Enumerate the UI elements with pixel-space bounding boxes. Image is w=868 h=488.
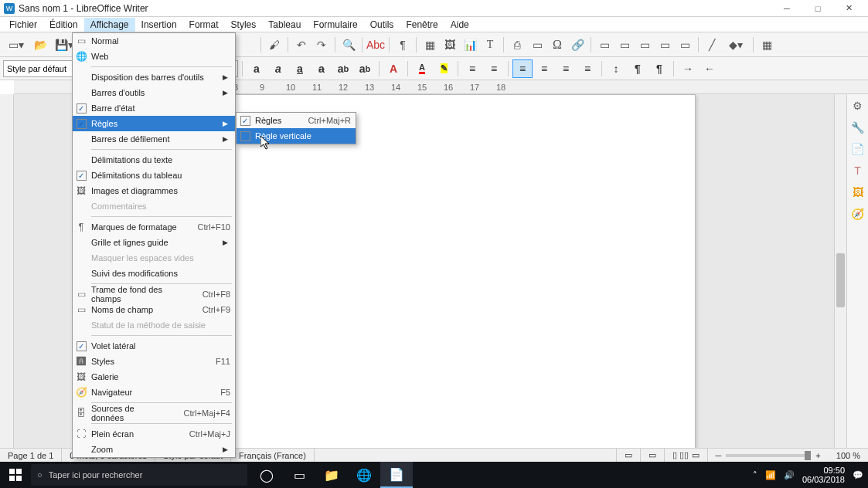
- view-menu-item[interactable]: 🖼Galerie: [73, 369, 235, 385]
- para-spacing-dec-button[interactable]: ¶: [649, 59, 669, 78]
- line-spacing-button[interactable]: ↕: [606, 59, 626, 78]
- sidebar-settings-icon[interactable]: ⚙: [849, 97, 866, 114]
- strikethrough-button[interactable]: a: [311, 59, 332, 78]
- view-menu-item[interactable]: Zoom▶: [73, 442, 235, 457]
- view-menu-item[interactable]: Grille et lignes guide▶: [73, 235, 235, 250]
- footnote-button[interactable]: ▭: [595, 36, 614, 54]
- crossref-button[interactable]: ▭: [655, 36, 674, 54]
- hyperlink-button[interactable]: 🔗: [568, 36, 587, 54]
- close-button[interactable]: ✕: [833, 1, 864, 16]
- indent-inc-button[interactable]: →: [678, 59, 698, 78]
- undo-button[interactable]: ↶: [292, 36, 311, 54]
- menu-fichier[interactable]: Fichier: [3, 18, 43, 32]
- start-button[interactable]: [0, 462, 31, 488]
- view-menu-item[interactable]: Délimitations du texte: [73, 152, 235, 168]
- para-spacing-inc-button[interactable]: ¶: [628, 59, 648, 78]
- view-menu-item[interactable]: ✓Règles▶: [73, 116, 235, 131]
- menu-edition[interactable]: Édition: [43, 18, 84, 32]
- rulers-submenu-item[interactable]: ✓RèglesCtrl+Maj+R: [237, 113, 356, 128]
- status-zoom-value[interactable]: 100 %: [829, 449, 868, 462]
- task-cortana[interactable]: ◯: [250, 462, 283, 488]
- chart-button[interactable]: 📊: [461, 36, 479, 54]
- view-menu-item[interactable]: Suivi des modifications: [73, 266, 235, 281]
- task-view-button[interactable]: ▭: [283, 462, 315, 488]
- draw-functions-button[interactable]: ▦: [757, 36, 776, 54]
- font-color-button[interactable]: A: [412, 59, 432, 78]
- spellcheck-button[interactable]: Abc: [366, 36, 385, 54]
- menu-aide[interactable]: Aide: [444, 18, 475, 32]
- clone-format-button[interactable]: 🖌: [265, 36, 284, 54]
- open-button[interactable]: 📂: [31, 36, 49, 54]
- superscript-button[interactable]: ab: [333, 59, 353, 78]
- status-selection-mode[interactable]: ▭: [617, 449, 641, 462]
- sidebar-navigator-icon[interactable]: 🧭: [849, 205, 866, 222]
- sidebar-page-icon[interactable]: 📄: [849, 141, 866, 158]
- menu-styles[interactable]: Styles: [225, 18, 263, 32]
- view-menu-item[interactable]: ▭Trame de fond des champsCtrl+F8: [73, 286, 235, 302]
- task-explorer[interactable]: 📁: [315, 462, 348, 488]
- view-menu-item[interactable]: Barres de défilement▶: [73, 131, 235, 147]
- task-writer[interactable]: 📄: [380, 462, 413, 488]
- sidebar-styles-icon[interactable]: T: [849, 162, 866, 179]
- indent-dec-button[interactable]: ←: [700, 59, 720, 78]
- sidebar-gallery-icon[interactable]: 🖼: [849, 184, 866, 201]
- menu-outils[interactable]: Outils: [364, 18, 400, 32]
- bookmark-button[interactable]: ▭: [635, 36, 654, 54]
- table-button[interactable]: ▦: [420, 36, 439, 54]
- align-center-button[interactable]: ≡: [534, 59, 554, 78]
- menu-fenetre[interactable]: Fenêtre: [400, 18, 444, 32]
- view-menu-item[interactable]: ▭Noms de champCtrl+F9: [73, 302, 235, 317]
- view-menu-item[interactable]: 🖼Images et diagrammes: [73, 183, 235, 198]
- view-menu-item[interactable]: 🧭NavigateurF5: [73, 385, 235, 400]
- tray-up-icon[interactable]: ˄: [753, 470, 757, 480]
- redo-button[interactable]: ↷: [312, 36, 331, 54]
- tray-volume-icon[interactable]: 🔊: [784, 470, 795, 480]
- line-button[interactable]: ╱: [703, 36, 721, 54]
- view-menu-item[interactable]: Disposition des barres d'outils▶: [73, 69, 235, 85]
- field-button[interactable]: ▭: [528, 36, 546, 54]
- sidebar-properties-icon[interactable]: 🔧: [849, 119, 866, 136]
- align-left-button[interactable]: ≡: [512, 59, 533, 78]
- view-menu-item[interactable]: 🗄Sources de donnéesCtrl+Maj+F4: [73, 405, 235, 421]
- underline-button[interactable]: a: [290, 59, 310, 78]
- menu-insertion[interactable]: Insertion: [135, 18, 183, 32]
- vertical-ruler[interactable]: [0, 94, 14, 448]
- view-menu-item[interactable]: 🌐Web: [73, 49, 235, 64]
- taskbar-clock[interactable]: 09:50 06/03/2018: [802, 466, 845, 484]
- textbox-button[interactable]: T: [481, 36, 499, 54]
- view-menu-item[interactable]: ⛶Plein écranCtrl+Maj+J: [73, 426, 235, 442]
- comment-button[interactable]: ▭: [676, 36, 694, 54]
- menu-affichage[interactable]: Affichage: [84, 18, 135, 32]
- bold-button[interactable]: a: [247, 59, 267, 78]
- taskbar-search[interactable]: ○ Taper ici pour rechercher: [31, 464, 247, 486]
- numbering-button[interactable]: ≡: [484, 59, 504, 78]
- status-signature[interactable]: ▭: [641, 449, 665, 462]
- clear-format-button[interactable]: A: [383, 59, 403, 78]
- menu-format[interactable]: Format: [183, 18, 225, 32]
- status-page[interactable]: Page 1 de 1: [0, 449, 62, 462]
- view-menu-item[interactable]: ▭Normal: [73, 33, 235, 49]
- align-justify-button[interactable]: ≡: [577, 59, 597, 78]
- view-menu-item[interactable]: Barres d'outils▶: [73, 85, 235, 100]
- bullets-button[interactable]: ≡: [462, 59, 482, 78]
- view-menu-item[interactable]: ✓Barre d'état: [73, 100, 235, 116]
- scroll-thumb[interactable]: [836, 253, 845, 307]
- nonprinting-button[interactable]: ¶: [393, 36, 412, 54]
- image-button[interactable]: 🖼: [441, 36, 459, 54]
- view-menu-item[interactable]: ✓Délimitations du tableau: [73, 168, 235, 183]
- tray-notifications-icon[interactable]: 💬: [853, 470, 863, 480]
- menu-tableau[interactable]: Tableau: [262, 18, 307, 32]
- special-char-button[interactable]: Ω: [548, 36, 567, 54]
- task-browser[interactable]: 🌐: [348, 462, 380, 488]
- vertical-scrollbar[interactable]: [834, 94, 846, 448]
- view-menu-item[interactable]: ✓Volet latéral: [73, 338, 235, 354]
- shapes-button[interactable]: ◆▾: [723, 36, 749, 54]
- status-zoom-slider[interactable]: ─+: [708, 449, 829, 462]
- align-right-button[interactable]: ≡: [556, 59, 576, 78]
- paragraph-style-combo[interactable]: Style par défaut: [3, 60, 73, 77]
- new-doc-button[interactable]: ▭▾: [3, 36, 29, 54]
- minimize-button[interactable]: ─: [771, 1, 802, 16]
- pagebreak-button[interactable]: ⎙: [508, 36, 526, 54]
- view-menu-item[interactable]: 🅰StylesF11: [73, 354, 235, 369]
- status-language[interactable]: Français (France): [231, 449, 315, 462]
